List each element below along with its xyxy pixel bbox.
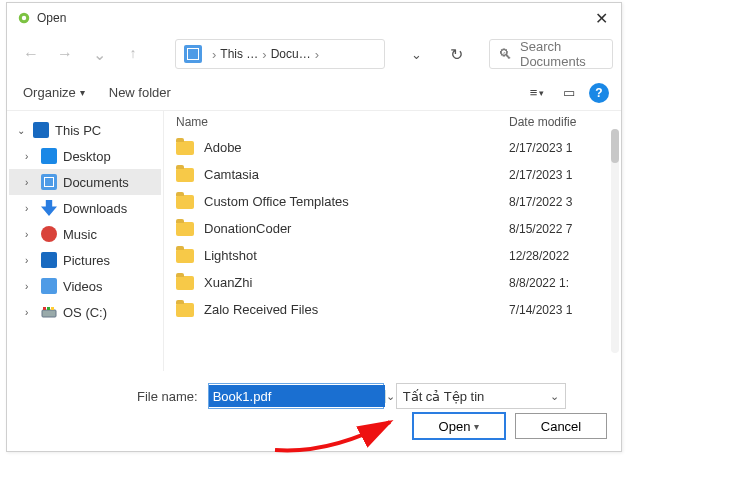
help-button[interactable]: ? [589,83,609,103]
filename-input[interactable] [209,385,385,407]
svg-rect-4 [47,307,50,310]
svg-rect-2 [42,310,56,317]
search-icon: 🔍︎ [498,46,512,62]
caret-icon: › [25,177,35,188]
cancel-button[interactable]: Cancel [515,413,607,439]
item-date: 8/17/2022 3 [509,195,609,209]
svg-point-1 [22,16,26,20]
open-button[interactable]: Open ▾ [413,413,505,439]
scrollbar-thumb[interactable] [611,129,619,163]
tree-item-label: Music [63,227,97,242]
folder-icon [176,141,194,155]
refresh-button[interactable]: ↻ [450,45,463,64]
filename-dropdown[interactable]: ⌄ [385,390,395,403]
tree-item-label: OS (C:) [63,305,107,320]
desktop-icon [41,148,57,164]
caret-icon: › [25,255,35,266]
breadcrumb-root[interactable]: This … [220,47,258,61]
breadcrumb-folder[interactable]: Docu… [271,47,311,61]
list-item[interactable]: XuanZhi8/8/2022 1: [164,269,621,296]
up-button[interactable]: ↑ [125,45,141,64]
folder-icon [176,303,194,317]
caret-icon: › [25,203,35,214]
folder-tree: ⌄This PC›Desktop›Documents›Downloads›Mus… [7,111,163,371]
new-folder-button[interactable]: New folder [109,85,171,100]
tree-item-label: Videos [63,279,103,294]
svg-rect-5 [51,307,54,310]
search-placeholder: Search Documents [520,39,604,69]
item-name: Lightshot [204,248,499,263]
tree-item-label: Downloads [63,201,127,216]
address-dropdown[interactable]: ⌄ [411,47,422,62]
app-icon [17,11,31,25]
drive-icon [41,304,57,320]
tree-item-documents[interactable]: ›Documents [9,169,161,195]
music-icon [41,226,57,242]
docs-icon [41,174,57,190]
address-bar[interactable]: › This … › Docu… › [175,39,385,69]
item-name: XuanZhi [204,275,499,290]
tree-item-label: Desktop [63,149,111,164]
folder-icon [176,222,194,236]
caret-icon: › [25,151,35,162]
tree-item-label: This PC [55,123,101,138]
folder-icon [184,45,202,63]
tree-item-os-c-[interactable]: ›OS (C:) [9,299,161,325]
scrollbar[interactable] [611,129,619,353]
item-date: 8/8/2022 1: [509,276,609,290]
close-button[interactable]: ✕ [587,9,615,28]
folder-icon [176,168,194,182]
item-date: 7/14/2023 1 [509,303,609,317]
dialog-title: Open [37,11,587,25]
item-name: Adobe [204,140,499,155]
chevron-down-icon[interactable]: ⌄ [91,45,107,64]
view-list-button[interactable]: ≡▾ [523,82,551,104]
view-layout-button[interactable]: ▭ [555,82,583,104]
tree-item-this-pc[interactable]: ⌄This PC [9,117,161,143]
item-date: 8/15/2022 7 [509,222,609,236]
item-date: 2/17/2023 1 [509,141,609,155]
chevron-down-icon: ▾ [474,421,479,432]
column-name[interactable]: Name [176,115,509,129]
tree-item-music[interactable]: ›Music [9,221,161,247]
folder-icon [176,195,194,209]
item-name: Zalo Received Files [204,302,499,317]
back-button[interactable]: ← [23,45,39,64]
chevron-down-icon: ⌄ [550,390,559,403]
item-name: Custom Office Templates [204,194,499,209]
filetype-select[interactable]: Tất cả Tệp tin ⌄ [396,383,566,409]
list-item[interactable]: DonationCoder8/15/2022 7 [164,215,621,242]
list-item[interactable]: Adobe2/17/2023 1 [164,134,621,161]
filename-label: File name: [137,389,198,404]
item-date: 12/28/2022 [509,249,609,263]
caret-icon: › [25,281,35,292]
svg-rect-3 [43,307,46,310]
list-item[interactable]: Camtasia2/17/2023 1 [164,161,621,188]
tree-item-desktop[interactable]: ›Desktop [9,143,161,169]
down-icon [41,200,57,216]
tree-item-label: Documents [63,175,129,190]
tree-item-downloads[interactable]: ›Downloads [9,195,161,221]
filename-combo[interactable]: ⌄ [208,383,384,409]
tree-item-pictures[interactable]: ›Pictures [9,247,161,273]
search-input[interactable]: 🔍︎ Search Documents [489,39,613,69]
breadcrumb-sep: › [315,47,319,62]
list-item[interactable]: Custom Office Templates8/17/2022 3 [164,188,621,215]
list-item[interactable]: Lightshot12/28/2022 [164,242,621,269]
file-list: Name Date modifie Adobe2/17/2023 1Camtas… [164,111,621,371]
caret-icon: ⌄ [17,125,27,136]
tree-item-label: Pictures [63,253,110,268]
open-dialog: Open ✕ ← → ⌄ ↑ › This … › Docu… › ⌄ ↻ 🔍︎… [6,2,622,452]
pics-icon [41,252,57,268]
folder-icon [176,249,194,263]
list-item[interactable]: Zalo Received Files7/14/2023 1 [164,296,621,323]
caret-icon: › [25,229,35,240]
organize-menu[interactable]: Organize ▾ [23,85,85,100]
item-name: Camtasia [204,167,499,182]
forward-button[interactable]: → [57,45,73,64]
tree-item-videos[interactable]: ›Videos [9,273,161,299]
item-date: 2/17/2023 1 [509,168,609,182]
chevron-down-icon: ▾ [80,87,85,98]
column-date[interactable]: Date modifie [509,115,609,129]
caret-icon: › [25,307,35,318]
